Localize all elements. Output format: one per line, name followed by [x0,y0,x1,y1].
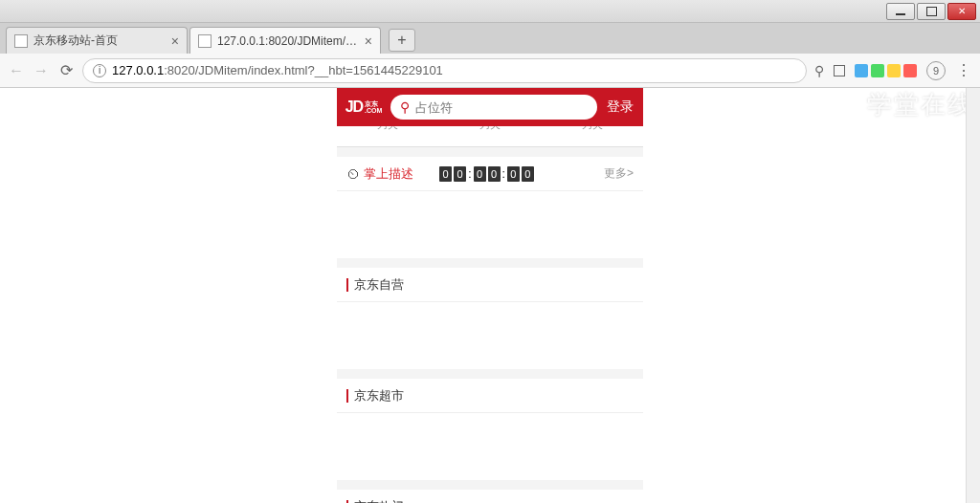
clock-icon: ⏲ [346,166,360,182]
browser-tab-strip: 京东移动站-首页 × 127.0.0.1:8020/JDMitem/inde ×… [0,23,980,54]
extension-icon[interactable] [871,64,884,77]
section-body [337,191,643,258]
extension-icon[interactable] [903,64,917,77]
extension-icon[interactable] [887,64,901,77]
page-icon [198,34,212,48]
section-title: 京东超市 [354,387,634,405]
tab-close-icon[interactable]: × [365,33,372,49]
address-bar[interactable]: i 127.0.0.1:8020/JDMitem/index.html?__hb… [82,58,807,83]
watermark-logo-icon [830,90,859,120]
extension-icon[interactable] [834,65,845,77]
section-ziying: 京东自营 [337,258,643,369]
section-chaoshi: 京东超市 [337,369,643,480]
toolbar-right: ⚲ 9 ⋮ [814,61,972,80]
accent-bar [346,389,348,403]
search-icon: ⚲ [400,99,410,115]
digit: 0 [474,166,486,182]
extension-strip [855,64,917,77]
category-strip: 刀关 刀关 刀关 [337,126,643,147]
section-title: 掌上描述 [364,165,434,183]
digit: 0 [507,166,520,182]
section-body [337,302,643,369]
reload-button[interactable]: ⟳ [57,61,75,79]
accent-bar [346,278,348,292]
flash-sale-section: ⏲ 掌上描述 0 0 : 0 0 : 0 0 更多> [337,147,643,258]
window-close-button[interactable]: ✕ [947,3,976,20]
digit: 0 [439,166,452,182]
colon: : [468,166,471,182]
url-text: 127.0.0.1:8020/JDMitem/index.html?__hbt=… [112,63,443,77]
countdown-timer: 0 0 : 0 0 : 0 0 [439,166,534,182]
jd-logo-sub: 京东.COM [365,100,382,114]
browser-toolbar: ← → ⟳ i 127.0.0.1:8020/JDMitem/index.htm… [0,54,980,88]
jd-header: JD 京东.COM ⚲ 登录 [337,88,643,126]
login-link[interactable]: 登录 [603,98,637,116]
category-item[interactable]: 刀关 [439,126,542,132]
window-maximize-button[interactable] [917,3,946,20]
section-title: 京东自营 [354,276,634,294]
digit: 0 [454,166,466,182]
watermark-text: 学堂在线 [867,88,974,121]
section-remen: 京东热门 [337,480,643,503]
page-viewport: JD 京东.COM ⚲ 登录 刀关 刀关 刀关 ⏲ 掌上描述 0 [0,88,980,503]
back-button[interactable]: ← [8,62,25,79]
jd-logo[interactable]: JD 京东.COM [343,96,385,119]
tab-title: 京东移动站-首页 [33,33,166,49]
tab-close-icon[interactable]: × [171,33,179,49]
digit: 0 [522,166,534,182]
section-header: 京东超市 [337,379,643,413]
section-header: 京东热门 [337,490,643,503]
category-item[interactable]: 刀关 [337,126,439,132]
jd-logo-text: JD [345,98,363,116]
mobile-page: JD 京东.COM ⚲ 登录 刀关 刀关 刀关 ⏲ 掌上描述 0 [337,88,643,503]
forward-button[interactable]: → [33,62,50,79]
watermark: 学堂在线 [830,88,974,121]
category-item[interactable]: 刀关 [541,126,643,132]
search-icon[interactable]: ⚲ [814,63,824,78]
section-header: ⏲ 掌上描述 0 0 : 0 0 : 0 0 更多> [337,157,643,191]
profile-avatar[interactable]: 9 [926,61,946,80]
new-tab-button[interactable]: + [389,29,415,52]
section-title: 京东热门 [354,498,634,504]
window-minimize-button[interactable] [886,3,915,20]
browser-tab-2[interactable]: 127.0.0.1:8020/JDMitem/inde × [189,27,381,54]
browser-tab-1[interactable]: 京东移动站-首页 × [6,27,188,54]
site-info-icon[interactable]: i [93,64,106,77]
window-titlebar: ✕ [0,0,980,23]
section-body [337,413,643,480]
jd-search-box[interactable]: ⚲ [390,95,597,120]
colon: : [502,166,505,182]
tab-title: 127.0.0.1:8020/JDMitem/inde [217,34,359,48]
accent-bar [346,500,348,504]
digit: 0 [488,166,501,182]
section-header: 京东自营 [337,268,643,302]
extension-icon[interactable] [855,64,868,77]
page-icon [14,34,28,48]
more-link[interactable]: 更多> [604,165,634,182]
menu-icon[interactable]: ⋮ [955,61,972,79]
search-input[interactable] [415,100,588,115]
